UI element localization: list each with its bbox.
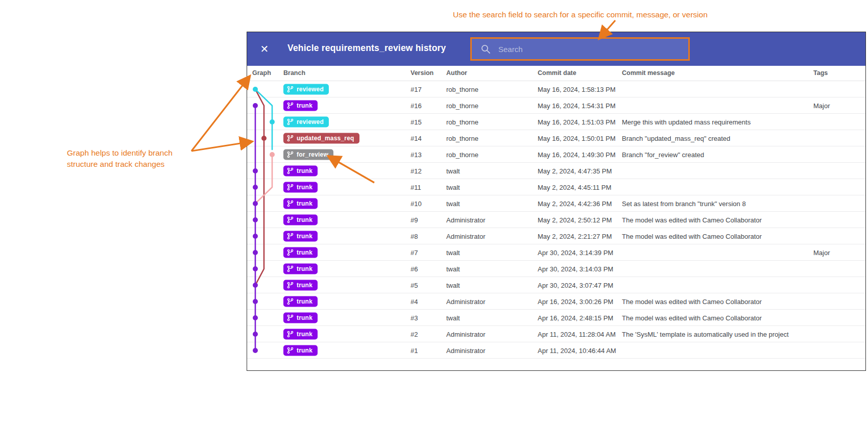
- branch-badge[interactable]: trunk: [283, 329, 318, 339]
- table-row[interactable]: reviewed#17rob_thorneMay 16, 2024, 1:58:…: [247, 81, 865, 97]
- version-cell: #15: [411, 118, 422, 125]
- branch-badge-label: trunk: [297, 249, 312, 256]
- commit-dot-trunk[interactable]: [253, 299, 258, 304]
- git-branch-icon: [287, 265, 294, 272]
- version-cell: #17: [411, 85, 422, 93]
- table-row[interactable]: trunk#9AdministratorMay 2, 2024, 2:50:12…: [247, 212, 865, 228]
- table-row[interactable]: trunk#12twaltMay 2, 2024, 4:47:35 PM: [247, 163, 865, 179]
- commit-dot-trunk[interactable]: [253, 234, 258, 239]
- table-rows: reviewed#17rob_thorneMay 16, 2024, 1:58:…: [247, 81, 865, 359]
- branch-badge[interactable]: trunk: [283, 100, 318, 111]
- branch-badge[interactable]: trunk: [283, 165, 318, 176]
- commit-dot-trunk[interactable]: [253, 332, 258, 337]
- commit-dot-trunk[interactable]: [253, 315, 258, 320]
- commit-dot-trunk[interactable]: [253, 266, 258, 271]
- git-branch-icon: [287, 167, 294, 174]
- git-branch-icon: [287, 249, 294, 256]
- branch-badge[interactable]: trunk: [283, 263, 318, 274]
- table-row[interactable]: trunk#6twaltApr 30, 2024, 3:14:03 PM: [247, 261, 865, 277]
- branch-badge[interactable]: trunk: [283, 247, 318, 258]
- git-branch-icon: [287, 314, 294, 321]
- branch-badge[interactable]: trunk: [283, 345, 318, 356]
- author-cell: Administrator: [446, 297, 486, 305]
- version-cell: #10: [411, 199, 422, 207]
- table-row[interactable]: trunk#3twaltApr 16, 2024, 2:48:15 PMThe …: [247, 310, 865, 326]
- commit-date-cell: Apr 16, 2024, 3:00:26 PM: [538, 297, 613, 305]
- commit-dot-trunk[interactable]: [253, 168, 258, 173]
- branch-badge[interactable]: trunk: [283, 280, 318, 290]
- column-header-graph: Graph: [252, 69, 271, 77]
- author-cell: twalt: [446, 183, 460, 191]
- table-row[interactable]: trunk#16rob_thorneMay 16, 2024, 1:54:31 …: [247, 97, 865, 114]
- author-cell: twalt: [446, 199, 460, 207]
- commit-dot-trunk[interactable]: [253, 283, 258, 288]
- author-cell: twalt: [446, 167, 460, 174]
- branch-badge[interactable]: trunk: [283, 231, 318, 241]
- branch-badge[interactable]: trunk: [283, 182, 318, 192]
- commit-dot-trunk[interactable]: [253, 348, 258, 353]
- commit-date-cell: Apr 11, 2024, 11:28:04 AM: [538, 330, 616, 338]
- version-cell: #16: [411, 102, 422, 109]
- author-cell: Administrator: [446, 346, 486, 354]
- author-cell: twalt: [446, 314, 460, 321]
- table-row[interactable]: trunk#11twaltMay 2, 2024, 4:45:11 PM: [247, 179, 865, 195]
- table-row[interactable]: trunk#5twaltApr 30, 2024, 3:07:47 PM: [247, 277, 865, 293]
- table-row[interactable]: trunk#2AdministratorApr 11, 2024, 11:28:…: [247, 326, 865, 342]
- branch-badge[interactable]: reviewed: [283, 116, 329, 127]
- table-row[interactable]: updated_mass_req#14rob_thorneMay 16, 202…: [247, 130, 865, 146]
- commit-dot-trunk[interactable]: [253, 185, 258, 190]
- version-cell: #11: [411, 183, 421, 191]
- table-row[interactable]: trunk#8AdministratorMay 2, 2024, 2:21:27…: [247, 228, 865, 244]
- git-branch-icon: [287, 298, 294, 305]
- table-row[interactable]: trunk#1AdministratorApr 11, 2024, 10:46:…: [247, 342, 865, 359]
- commit-date-cell: May 2, 2024, 2:21:27 PM: [538, 232, 612, 240]
- commit-dot-trunk[interactable]: [253, 103, 258, 108]
- close-icon[interactable]: ✕: [258, 42, 271, 56]
- branch-badge[interactable]: reviewed: [283, 84, 329, 94]
- author-cell: Administrator: [446, 330, 486, 338]
- branch-badge-label: trunk: [297, 184, 312, 191]
- commit-dot-for_review[interactable]: [270, 152, 275, 157]
- search-input[interactable]: [498, 45, 667, 54]
- commit-dot-trunk[interactable]: [253, 217, 258, 222]
- branch-badge[interactable]: trunk: [283, 312, 318, 323]
- commit-message-cell: The model was edited with Cameo Collabor…: [622, 297, 762, 305]
- commit-date-cell: Apr 16, 2024, 2:48:15 PM: [538, 314, 613, 321]
- search-field[interactable]: [470, 37, 690, 61]
- branch-badge-label: reviewed: [297, 86, 324, 93]
- commit-dot-trunk[interactable]: [253, 201, 258, 206]
- commit-dot-updated_mass_req[interactable]: [261, 136, 267, 141]
- branch-badge[interactable]: trunk: [283, 198, 318, 209]
- author-cell: rob_thorne: [446, 150, 478, 158]
- column-header-tags: Tags: [813, 69, 828, 77]
- branch-badge[interactable]: trunk: [283, 296, 318, 307]
- table-row[interactable]: trunk#4AdministratorApr 16, 2024, 3:00:2…: [247, 293, 865, 310]
- branch-badge[interactable]: updated_mass_req: [283, 133, 359, 143]
- commit-date-cell: May 16, 2024, 1:54:31 PM: [538, 102, 615, 109]
- table-row[interactable]: trunk#7twaltApr 30, 2024, 3:14:39 PMMajo…: [247, 244, 865, 261]
- branch-badge[interactable]: for_review: [283, 149, 333, 160]
- git-branch-icon: [287, 282, 294, 288]
- table-row[interactable]: for_review#13rob_thorneMay 16, 2024, 1:4…: [247, 146, 865, 163]
- branch-badge[interactable]: trunk: [283, 214, 318, 225]
- graph-annotation-line1: Graph helps to identify branch: [67, 147, 173, 159]
- commit-date-cell: May 2, 2024, 4:47:35 PM: [538, 167, 612, 174]
- git-branch-icon: [287, 118, 294, 125]
- table-row[interactable]: trunk#10twaltMay 2, 2024, 4:42:36 PMSet …: [247, 195, 865, 212]
- commit-dot-trunk[interactable]: [253, 250, 258, 255]
- commit-date-cell: May 16, 2024, 1:50:01 PM: [538, 134, 615, 142]
- author-cell: rob_thorne: [446, 85, 478, 93]
- author-cell: rob_thorne: [446, 102, 478, 109]
- commit-dot-reviewed[interactable]: [270, 119, 275, 124]
- git-branch-icon: [287, 102, 294, 109]
- commit-date-cell: Apr 30, 2024, 3:07:47 PM: [538, 281, 613, 289]
- git-branch-icon: [287, 200, 294, 207]
- table-row[interactable]: reviewed#15rob_thorneMay 16, 2024, 1:51:…: [247, 114, 865, 130]
- commit-dot-reviewed[interactable]: [253, 87, 258, 92]
- version-cell: #4: [411, 297, 418, 305]
- author-cell: twalt: [446, 265, 460, 272]
- graph-annotation-line2: structure and track changes: [67, 159, 173, 170]
- branch-badge-label: trunk: [297, 347, 312, 354]
- git-branch-icon: [287, 331, 294, 337]
- commit-message-cell: Branch "updated_mass_req" created: [622, 134, 730, 142]
